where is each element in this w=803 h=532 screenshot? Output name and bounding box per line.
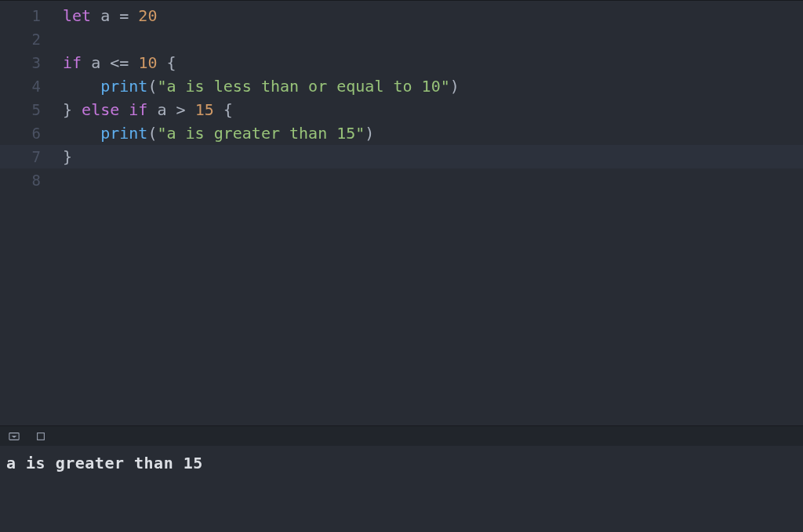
console-panel: a is greater than 15 <box>0 425 803 532</box>
line-content: } <box>63 147 72 166</box>
square-icon[interactable] <box>35 430 47 443</box>
line-content: } else if a > 15 { <box>63 100 233 119</box>
code-lines-container: 1 let a = 20 2 3 if a <= 10 { 4 print("a… <box>0 1 803 192</box>
line-number: 8 <box>0 172 63 189</box>
line-number: 6 <box>0 125 63 142</box>
code-line[interactable]: 1 let a = 20 <box>0 4 803 27</box>
line-number: 7 <box>0 148 63 165</box>
console-toolbar <box>0 426 803 446</box>
line-content: if a <= 10 { <box>63 53 176 72</box>
console-output[interactable]: a is greater than 15 <box>0 446 803 532</box>
code-line[interactable]: 5 } else if a > 15 { <box>0 98 803 121</box>
code-line[interactable]: 6 print("a is greater than 15") <box>0 121 803 145</box>
code-line[interactable]: 3 if a <= 10 { <box>0 51 803 74</box>
code-line[interactable]: 7 } <box>0 145 803 168</box>
svg-rect-1 <box>38 432 45 440</box>
line-content: print("a is greater than 15") <box>63 124 374 143</box>
line-number: 2 <box>0 31 63 48</box>
code-line[interactable]: 8 <box>0 168 803 192</box>
code-line[interactable]: 2 <box>0 27 803 51</box>
dropdown-icon[interactable] <box>8 430 20 443</box>
line-number: 4 <box>0 78 63 95</box>
code-editor[interactable]: 1 let a = 20 2 3 if a <= 10 { 4 print("a… <box>0 0 803 425</box>
code-line[interactable]: 4 print("a is less than or equal to 10") <box>0 74 803 98</box>
line-number: 5 <box>0 101 63 118</box>
line-content: print("a is less than or equal to 10") <box>63 77 460 96</box>
line-number: 3 <box>0 54 63 71</box>
line-content: let a = 20 <box>63 6 157 25</box>
line-number: 1 <box>0 7 63 24</box>
